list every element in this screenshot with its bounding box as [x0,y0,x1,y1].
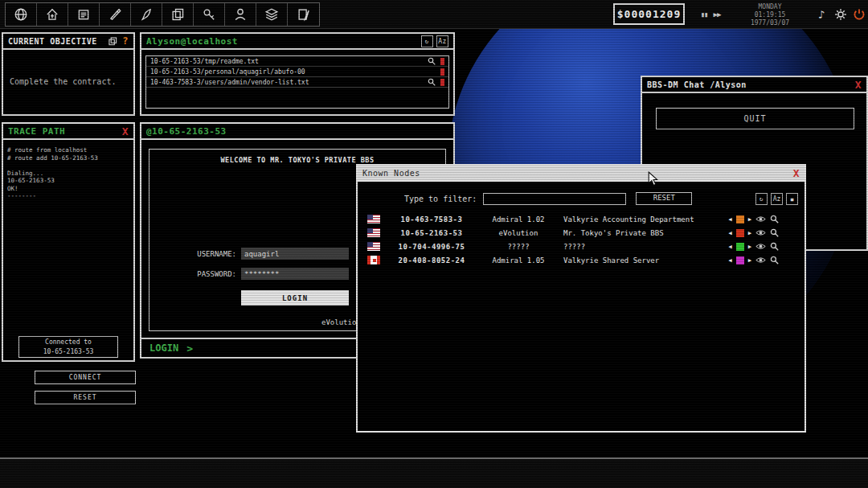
reset-button[interactable]: RESET [35,391,136,404]
bbs-brand-text: eVolution [321,318,361,326]
node-color-swatch[interactable] [736,215,744,223]
music-icon[interactable]: ♪ [813,6,829,23]
connect-button[interactable]: CONNECT [35,371,136,384]
node-system: Admiral 1.05 [480,256,557,265]
country-flag-icon [367,228,380,237]
country-flag-icon [367,215,380,223]
file-list: 10-65-2163-53/tmp/readme.txt 10-65-2163-… [145,55,449,109]
filter-input[interactable] [483,193,626,205]
nodes-title: Known Nodes [362,169,420,178]
keychain-icon[interactable] [194,3,225,26]
node-address: 10-704-4996-75 [383,243,480,251]
node-description: ????? [557,243,729,251]
node-controls: ◀ ▶ [729,242,779,251]
search-icon[interactable] [770,215,779,223]
delete-file-icon[interactable] [440,58,444,65]
node-row: 10-704-4996-75 ????? ????? ◀ ▶ [364,240,798,253]
file-copier-icon[interactable] [162,3,194,26]
username-field[interactable] [241,248,349,260]
pause-button[interactable]: ▮▮ [701,10,708,18]
eye-icon[interactable] [755,215,766,223]
identity-icon[interactable] [225,3,256,26]
mission-notes-icon[interactable] [288,3,319,26]
quit-button[interactable]: QUIT [656,108,854,129]
node-color-swatch[interactable] [736,229,744,237]
sort-az-icon[interactable]: Az [436,35,448,47]
close-icon[interactable]: X [122,125,129,137]
view-file-icon[interactable] [428,78,436,86]
known-nodes-window: Known Nodes X Type to filter: RESET ↻ Az… [356,164,806,433]
color-next-button[interactable]: ▶ [748,216,751,223]
connection-status: Connected to 10-65-2163-53 [18,336,118,358]
home-upload-icon[interactable] [37,3,68,26]
node-color-swatch[interactable] [736,256,744,265]
command-label[interactable]: LOGIN [149,342,178,354]
trace-path-panel: TRACE PATH X # route from localhost # ro… [2,122,135,362]
fast-forward-button[interactable]: ▶▶ [714,10,721,18]
search-icon[interactable] [770,256,779,265]
node-color-swatch[interactable] [736,243,744,251]
search-icon[interactable] [770,228,779,237]
newspaper-icon[interactable] [68,3,100,26]
files-title: Alyson@localhost [146,36,238,47]
filter-label: Type to filter: [404,195,477,203]
history-icon[interactable]: ↻ [755,193,768,205]
color-prev-button[interactable]: ◀ [729,216,732,223]
gear-icon[interactable] [833,6,849,23]
username-label: USERNAME: [149,250,236,258]
node-description: Valkyrie Accounting Department [557,215,729,223]
file-row: 10-65-2163-53/tmp/readme.txt [146,56,448,67]
color-next-button[interactable]: ▶ [748,257,751,264]
trace-titlebar: TRACE PATH X [3,124,133,140]
color-prev-button[interactable]: ◀ [729,244,732,250]
money-display: $00001209 [613,3,685,25]
history-icon[interactable]: ↻ [421,35,433,47]
sort-az-icon[interactable]: Az [771,193,783,205]
chevron-right-icon: > [186,342,193,355]
trace-log: # route from localhost # route add 10-65… [3,140,133,207]
filter-reset-button[interactable]: RESET [636,192,692,205]
color-next-button[interactable]: ▶ [748,230,751,236]
delete-file-icon[interactable] [440,79,444,86]
node-controls: ◀ ▶ [729,215,779,223]
bbs-titlebar: @10-65-2163-53 [141,124,453,140]
color-prev-button[interactable]: ◀ [729,230,732,236]
node-system: eVolution [480,229,557,237]
eye-icon[interactable] [755,229,766,236]
node-system: Admiral 1.02 [480,215,557,223]
delete-file-icon[interactable] [440,68,444,76]
power-icon[interactable] [851,6,867,23]
world-network-icon[interactable] [6,3,37,26]
clock-day: MONDAY [730,3,810,11]
software-stack-icon[interactable] [256,3,288,26]
design-tools-icon[interactable] [100,3,131,26]
clock-date: 1977/03/07 [730,19,810,27]
ink-quill-icon[interactable] [131,3,162,26]
node-address: 10-463-7583-3 [383,215,480,223]
nodes-titlebar[interactable]: Known Nodes X [358,166,805,182]
login-button[interactable]: LOGIN [241,290,349,306]
top-bar: $00001209 ▮▮ ▶▶ MONDAY 01:19:15 1977/03/… [0,0,868,29]
node-description: Valkyrie Shared Server [557,256,729,265]
close-icon[interactable]: X [855,79,862,91]
view-mode-icon[interactable]: ■ [786,193,798,205]
chat-titlebar: BBS-DM Chat /Alyson X [642,77,866,93]
objective-titlebar: CURRENT OBJECTIVE ? [3,34,133,50]
objective-title: CURRENT OBJECTIVE [8,37,97,46]
view-file-icon[interactable] [428,57,436,65]
search-icon[interactable] [770,242,779,251]
node-description: Mr. Tokyo's Private BBS [557,229,729,237]
color-next-button[interactable]: ▶ [748,244,751,250]
close-icon[interactable]: X [793,167,800,179]
objective-panel: CURRENT OBJECTIVE ? Complete the contrac… [2,32,135,116]
crt-line [0,457,868,459]
password-field[interactable] [241,268,349,280]
trace-title: TRACE PATH [8,126,65,137]
node-controls: ◀ ▶ [729,256,779,265]
eye-icon[interactable] [755,243,766,250]
color-prev-button[interactable]: ◀ [729,257,732,264]
help-icon[interactable]: ? [122,35,129,47]
popout-icon[interactable] [108,37,117,46]
files-window: Alyson@localhost ↻ Az 10-65-2163-53/tmp/… [140,32,455,116]
eye-icon[interactable] [755,256,766,264]
